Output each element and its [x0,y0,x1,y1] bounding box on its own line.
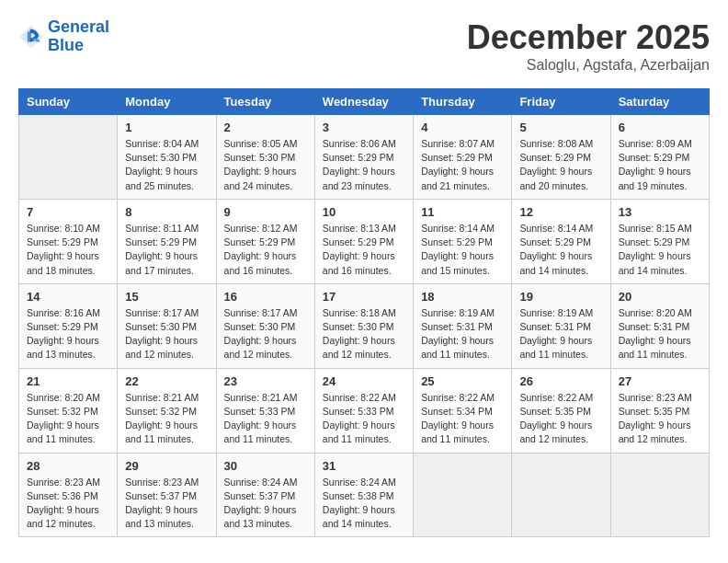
calendar-cell: 27Sunrise: 8:23 AM Sunset: 5:35 PM Dayli… [610,368,709,453]
header-friday: Friday [512,89,610,115]
day-info: Sunrise: 8:17 AM Sunset: 5:30 PM Dayligh… [125,306,208,362]
day-number: 14 [27,290,109,304]
header-tuesday: Tuesday [216,89,314,115]
calendar-cell: 8Sunrise: 8:11 AM Sunset: 5:29 PM Daylig… [118,199,216,283]
day-info: Sunrise: 8:23 AM Sunset: 5:37 PM Dayligh… [125,476,208,532]
header-sunday: Sunday [19,89,118,115]
calendar-cell: 14Sunrise: 8:16 AM Sunset: 5:29 PM Dayli… [19,283,118,368]
day-info: Sunrise: 8:15 AM Sunset: 5:29 PM Dayligh… [619,222,701,278]
day-number: 21 [27,374,109,388]
month-title: December 2025 [467,18,710,57]
calendar-cell: 24Sunrise: 8:22 AM Sunset: 5:33 PM Dayli… [314,368,413,453]
calendar-cell: 1Sunrise: 8:04 AM Sunset: 5:30 PM Daylig… [118,115,216,200]
day-number: 7 [27,205,109,219]
day-info: Sunrise: 8:11 AM Sunset: 5:29 PM Dayligh… [125,222,208,278]
day-number: 23 [224,374,307,388]
day-number: 31 [323,459,405,473]
day-number: 24 [323,374,405,388]
day-number: 3 [323,121,405,134]
day-number: 25 [421,374,504,388]
day-number: 27 [619,374,701,388]
calendar-cell: 18Sunrise: 8:19 AM Sunset: 5:31 PM Dayli… [414,283,512,368]
calendar-header-row: SundayMondayTuesdayWednesdayThursdayFrid… [19,89,710,115]
calendar-cell: 6Sunrise: 8:09 AM Sunset: 5:29 PM Daylig… [610,115,709,200]
day-info: Sunrise: 8:05 AM Sunset: 5:30 PM Dayligh… [224,137,307,193]
day-number: 19 [519,290,602,304]
day-info: Sunrise: 8:19 AM Sunset: 5:31 PM Dayligh… [519,306,602,362]
day-number: 15 [125,290,208,304]
logo-text: General Blue [48,18,109,55]
day-info: Sunrise: 8:16 AM Sunset: 5:29 PM Dayligh… [27,306,109,362]
calendar-cell [19,115,118,200]
day-info: Sunrise: 8:24 AM Sunset: 5:37 PM Dayligh… [224,476,307,532]
header-thursday: Thursday [414,89,512,115]
header-monday: Monday [118,89,216,115]
day-info: Sunrise: 8:20 AM Sunset: 5:32 PM Dayligh… [27,391,109,447]
calendar-cell: 3Sunrise: 8:06 AM Sunset: 5:29 PM Daylig… [314,115,413,200]
day-number: 5 [519,121,602,134]
day-number: 26 [519,374,602,388]
calendar-cell: 12Sunrise: 8:14 AM Sunset: 5:29 PM Dayli… [512,199,610,283]
calendar-week-2: 7Sunrise: 8:10 AM Sunset: 5:29 PM Daylig… [19,199,710,283]
logo-line2: Blue [48,36,84,54]
day-number: 8 [125,205,208,219]
location-subtitle: Saloglu, Agstafa, Azerbaijan [467,57,710,74]
day-number: 9 [224,205,307,219]
day-info: Sunrise: 8:20 AM Sunset: 5:31 PM Dayligh… [619,306,701,362]
calendar-cell: 15Sunrise: 8:17 AM Sunset: 5:30 PM Dayli… [118,283,216,368]
calendar-cell: 23Sunrise: 8:21 AM Sunset: 5:33 PM Dayli… [216,368,314,453]
calendar-week-5: 28Sunrise: 8:23 AM Sunset: 5:36 PM Dayli… [19,453,710,537]
day-number: 18 [421,290,504,304]
calendar-cell [610,453,709,537]
logo-line1: General [48,17,109,36]
calendar-cell: 19Sunrise: 8:19 AM Sunset: 5:31 PM Dayli… [512,283,610,368]
day-number: 2 [224,121,307,134]
day-number: 10 [323,205,405,219]
day-number: 4 [421,121,504,134]
day-number: 17 [323,290,405,304]
day-number: 20 [619,290,701,304]
calendar-week-3: 14Sunrise: 8:16 AM Sunset: 5:29 PM Dayli… [19,283,710,368]
calendar-cell: 31Sunrise: 8:24 AM Sunset: 5:38 PM Dayli… [314,453,413,537]
calendar-cell: 5Sunrise: 8:08 AM Sunset: 5:29 PM Daylig… [512,115,610,200]
day-info: Sunrise: 8:14 AM Sunset: 5:29 PM Dayligh… [421,222,504,278]
calendar-cell: 16Sunrise: 8:17 AM Sunset: 5:30 PM Dayli… [216,283,314,368]
day-info: Sunrise: 8:09 AM Sunset: 5:29 PM Dayligh… [619,137,701,193]
calendar-cell: 29Sunrise: 8:23 AM Sunset: 5:37 PM Dayli… [118,453,216,537]
calendar-cell: 17Sunrise: 8:18 AM Sunset: 5:30 PM Dayli… [314,283,413,368]
day-info: Sunrise: 8:14 AM Sunset: 5:29 PM Dayligh… [519,222,602,278]
calendar-cell: 2Sunrise: 8:05 AM Sunset: 5:30 PM Daylig… [216,115,314,200]
day-info: Sunrise: 8:21 AM Sunset: 5:32 PM Dayligh… [125,391,208,447]
day-info: Sunrise: 8:24 AM Sunset: 5:38 PM Dayligh… [323,476,405,532]
calendar-cell [414,453,512,537]
calendar-cell: 30Sunrise: 8:24 AM Sunset: 5:37 PM Dayli… [216,453,314,537]
calendar-cell: 13Sunrise: 8:15 AM Sunset: 5:29 PM Dayli… [610,199,709,283]
calendar-cell: 10Sunrise: 8:13 AM Sunset: 5:29 PM Dayli… [314,199,413,283]
day-info: Sunrise: 8:06 AM Sunset: 5:29 PM Dayligh… [323,137,405,193]
day-info: Sunrise: 8:07 AM Sunset: 5:29 PM Dayligh… [421,137,504,193]
day-number: 16 [224,290,307,304]
day-info: Sunrise: 8:13 AM Sunset: 5:29 PM Dayligh… [323,222,405,278]
logo-icon [18,24,44,50]
logo: General Blue [18,18,109,55]
calendar-cell: 22Sunrise: 8:21 AM Sunset: 5:32 PM Dayli… [118,368,216,453]
page-header: General Blue December 2025 Saloglu, Agst… [18,18,710,74]
calendar-cell [512,453,610,537]
calendar-cell: 28Sunrise: 8:23 AM Sunset: 5:36 PM Dayli… [19,453,118,537]
title-section: December 2025 Saloglu, Agstafa, Azerbaij… [467,18,710,74]
day-number: 13 [619,205,701,219]
day-info: Sunrise: 8:19 AM Sunset: 5:31 PM Dayligh… [421,306,504,362]
day-number: 22 [125,374,208,388]
calendar-week-1: 1Sunrise: 8:04 AM Sunset: 5:30 PM Daylig… [19,115,710,200]
day-number: 28 [27,459,109,473]
day-info: Sunrise: 8:23 AM Sunset: 5:35 PM Dayligh… [619,391,701,447]
day-info: Sunrise: 8:22 AM Sunset: 5:33 PM Dayligh… [323,391,405,447]
day-info: Sunrise: 8:22 AM Sunset: 5:34 PM Dayligh… [421,391,504,447]
calendar-cell: 20Sunrise: 8:20 AM Sunset: 5:31 PM Dayli… [610,283,709,368]
calendar-cell: 21Sunrise: 8:20 AM Sunset: 5:32 PM Dayli… [19,368,118,453]
day-info: Sunrise: 8:12 AM Sunset: 5:29 PM Dayligh… [224,222,307,278]
calendar-table: SundayMondayTuesdayWednesdayThursdayFrid… [18,88,710,537]
day-number: 30 [224,459,307,473]
day-info: Sunrise: 8:08 AM Sunset: 5:29 PM Dayligh… [519,137,602,193]
calendar-cell: 11Sunrise: 8:14 AM Sunset: 5:29 PM Dayli… [414,199,512,283]
